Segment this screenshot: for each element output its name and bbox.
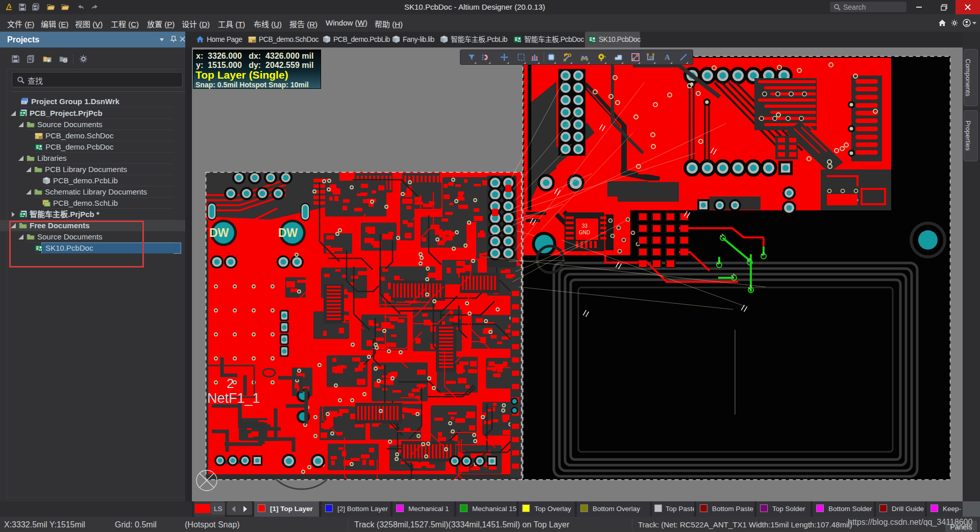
svg-text:DW: DW <box>278 226 298 239</box>
svg-text:A: A <box>665 53 670 61</box>
svg-text:NetF1_1: NetF1_1 <box>207 391 260 406</box>
svg-text:33: 33 <box>582 223 588 229</box>
svg-text:10: 10 <box>649 56 653 59</box>
svg-text:2: 2 <box>227 376 234 391</box>
svg-text:DW: DW <box>209 226 229 239</box>
svg-text:GND: GND <box>579 230 590 235</box>
